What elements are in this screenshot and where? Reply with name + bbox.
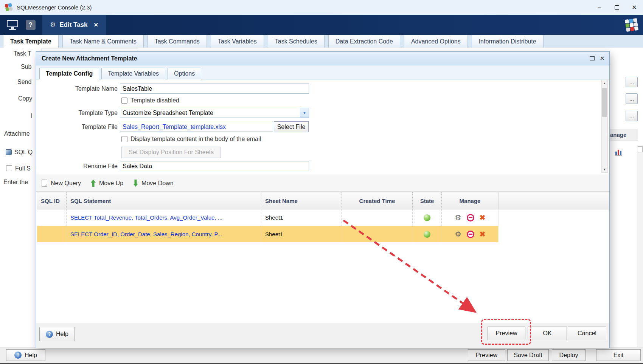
row-disable-icon[interactable]: [467, 214, 474, 221]
cell-created-time: [342, 226, 413, 242]
tab-task-variables[interactable]: Task Variables: [211, 35, 264, 48]
dialog-scrollbar-thumb[interactable]: [602, 88, 607, 117]
cell-sheet-name: Sheet1: [261, 209, 342, 226]
col-manage[interactable]: Manage: [442, 192, 499, 209]
template-disabled-checkbox[interactable]: [121, 98, 127, 104]
display-content-label: Display template content in the body of …: [130, 136, 261, 143]
bg-label-attachme: Attachme: [4, 130, 30, 137]
row-delete-icon[interactable]: ✖: [480, 214, 486, 221]
bg-label-sub: Sub: [21, 64, 31, 70]
tab-task-commands[interactable]: Task Commands: [148, 35, 207, 48]
dialog-help-label: Help: [56, 331, 68, 338]
exit-button[interactable]: Exit: [596, 349, 641, 361]
bottom-bar: ? Help Preview Save Draft Deploy Exit: [0, 347, 643, 364]
tab-advanced-options[interactable]: Advanced Options: [404, 35, 468, 48]
template-name-input[interactable]: [120, 84, 309, 94]
rename-file-label: Rename File: [36, 163, 118, 170]
row-delete-icon[interactable]: ✖: [480, 231, 486, 238]
dialog-maximize-icon[interactable]: [590, 56, 595, 60]
browse-ellipsis-button-3[interactable]: ...: [626, 111, 638, 121]
sql-table-header: SQL ID SQL Statement Sheet Name Created …: [37, 192, 609, 209]
dialog-ok-button[interactable]: OK: [528, 327, 567, 340]
underlying-tab-fragment: [42, 48, 138, 51]
set-display-position-button[interactable]: Set Display Position For Sheets: [121, 147, 221, 158]
browse-ellipsis-button-1[interactable]: ...: [626, 77, 638, 87]
template-file-input[interactable]: [120, 122, 273, 132]
col-state[interactable]: State: [413, 192, 442, 209]
new-query-label: New Query: [51, 180, 81, 187]
full-s-checkbox[interactable]: [6, 165, 12, 171]
window-controls: – ✕: [591, 0, 643, 15]
tab-task-schedules[interactable]: Task Schedules: [268, 35, 325, 48]
table-row[interactable]: SELECT Order_ID, Order_Date, Sales_Regio…: [37, 226, 499, 242]
dialog-close-icon[interactable]: ✕: [600, 55, 605, 62]
tab-information-distribute[interactable]: Information Distribute: [472, 35, 544, 48]
tab-task-template[interactable]: Task Template: [3, 35, 59, 48]
display-content-row: Display template content in the body of …: [121, 136, 261, 143]
bg-label-sql-q: SQL Q: [14, 149, 33, 156]
row-settings-icon[interactable]: ⚙: [455, 231, 461, 238]
cell-sql-statement[interactable]: SELECT Total_Revenue, Total_Orders, Avg_…: [67, 209, 261, 226]
move-up-button[interactable]: Move Up: [91, 180, 123, 187]
table-row[interactable]: SELECT Total_Revenue, Total_Orders, Avg_…: [37, 209, 499, 226]
row-settings-icon[interactable]: ⚙: [455, 214, 461, 221]
dialog-scrollbar[interactable]: ▲ ▼: [601, 80, 608, 173]
save-draft-button[interactable]: Save Draft: [507, 349, 549, 361]
template-type-label: Template Type: [36, 110, 118, 116]
edit-task-label: Edit Task: [59, 21, 87, 29]
tab-data-extraction-code[interactable]: Data Extraction Code: [328, 35, 400, 48]
dialog-titlebar: Create New Attachment Template ✕: [36, 52, 609, 65]
rename-file-input[interactable]: [120, 161, 309, 171]
dialog-cancel-button[interactable]: Cancel: [568, 327, 606, 340]
scroll-up-icon[interactable]: ▲: [602, 80, 607, 86]
minimize-icon[interactable]: –: [591, 0, 608, 15]
chart-icon[interactable]: [615, 148, 623, 156]
bg-label-task-t: Task T: [14, 50, 31, 57]
template-type-dropdown[interactable]: Customize Spreadsheet Template ▼: [120, 108, 309, 118]
template-type-value: Customize Spreadsheet Template: [120, 110, 300, 116]
col-sql-id[interactable]: SQL ID: [37, 192, 67, 209]
maximize-icon[interactable]: [608, 0, 626, 15]
close-icon[interactable]: ✕: [626, 0, 643, 15]
col-sql-statement[interactable]: SQL Statement: [67, 192, 261, 209]
cell-manage: ⚙ ✖: [442, 226, 499, 242]
close-tab-icon[interactable]: ✕: [94, 22, 99, 28]
col-sheet-name[interactable]: Sheet Name: [261, 192, 342, 209]
help-icon: ?: [46, 331, 53, 338]
select-file-button[interactable]: Select File: [274, 121, 309, 132]
tab-template-config[interactable]: Template Config: [39, 68, 99, 79]
chevron-down-icon[interactable]: ▼: [300, 108, 309, 118]
deploy-button[interactable]: Deploy: [552, 349, 586, 361]
tab-edit-task[interactable]: ⚙ Edit Task ✕: [42, 15, 106, 35]
bg-label-enter-the: Enter the: [3, 179, 28, 186]
right-scrollbar[interactable]: [637, 146, 643, 347]
cell-sql-statement[interactable]: SELECT Order_ID, Order_Date, Sales_Regio…: [67, 226, 261, 242]
new-document-icon: [42, 180, 47, 187]
cell-manage: ⚙ ✖: [442, 209, 499, 226]
template-disabled-label: Template disabled: [130, 97, 179, 104]
tab-options[interactable]: Options: [168, 68, 201, 79]
help-question-icon[interactable]: ?: [26, 20, 36, 30]
cell-sql-id: [37, 226, 67, 242]
scrollbar-thumb[interactable]: [638, 146, 643, 152]
dialog-help-button[interactable]: ? Help: [39, 327, 75, 341]
template-file-label: Template File: [36, 124, 118, 130]
browse-ellipsis-button-2[interactable]: ...: [626, 93, 638, 104]
cell-state: [413, 209, 442, 226]
scroll-down-icon[interactable]: ▼: [602, 166, 607, 172]
col-created-time[interactable]: Created Time: [342, 192, 413, 209]
bottom-preview-button[interactable]: Preview: [468, 349, 505, 361]
bg-label-full-s: Full S: [15, 165, 31, 172]
display-content-checkbox[interactable]: [121, 136, 127, 142]
cell-created-time: [342, 209, 413, 226]
tab-task-name-comments[interactable]: Task Name & Comments: [62, 35, 144, 48]
console-monitor-icon[interactable]: [6, 20, 19, 30]
tab-template-variables[interactable]: Template Variables: [101, 68, 165, 79]
bottom-help-button[interactable]: ? Help: [6, 349, 45, 361]
bg-label-send: Send: [17, 79, 31, 85]
new-query-button[interactable]: New Query: [42, 180, 81, 187]
dialog-tabstrip: Template Config Template Variables Optio…: [36, 65, 609, 79]
move-down-button[interactable]: Move Down: [133, 180, 173, 187]
row-disable-icon[interactable]: [467, 231, 474, 238]
bottom-help-label: Help: [25, 352, 37, 359]
